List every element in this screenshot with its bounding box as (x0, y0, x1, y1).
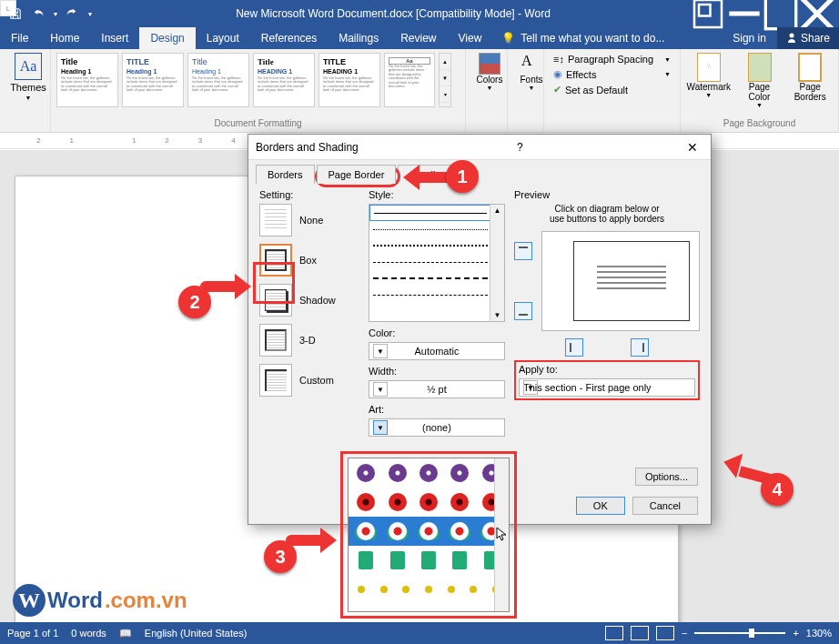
setting-box[interactable]: Box (259, 244, 359, 277)
setting-shadow[interactable]: Shadow (259, 284, 359, 317)
minimize-icon[interactable] (726, 0, 763, 27)
pagebg-group-label: Page Background (686, 116, 833, 128)
tab-borders[interactable]: Borders (256, 165, 315, 184)
themes-label: Themes (10, 82, 46, 93)
setting-3d[interactable]: 3-D (259, 324, 359, 357)
maximize-icon[interactable] (763, 0, 799, 27)
docfmt-item[interactable]: AaOn the Insert tab, the galleries inclu… (384, 53, 435, 107)
tell-me-search[interactable]: 💡 Tell me what you want to do... (492, 27, 722, 49)
edge-left-btn[interactable] (565, 338, 583, 357)
art-dropdown-list[interactable] (348, 458, 510, 612)
effects-icon: ◉ (553, 68, 562, 80)
undo-dropdown-icon[interactable]: ▼ (51, 1, 60, 26)
docfmt-item[interactable]: TitleHeading 1On the Insert tab, the gal… (187, 53, 249, 107)
status-words[interactable]: 0 words (71, 628, 106, 639)
status-bar: Page 1 of 1 0 words 📖 English (United St… (0, 622, 839, 644)
edge-right-btn[interactable] (631, 338, 649, 357)
tab-shading[interactable]: Shading (398, 165, 458, 184)
check-icon: ✔ (553, 84, 561, 96)
docfmt-item[interactable]: TITLEHEADING 1On the Insert tab, the gal… (318, 53, 380, 107)
zoom-slider[interactable] (694, 632, 785, 634)
page-borders-icon (798, 53, 822, 82)
tab-view[interactable]: View (448, 27, 493, 49)
dialog-help-icon[interactable]: ? (511, 141, 529, 154)
tab-references[interactable]: References (250, 27, 328, 49)
preview-diagram[interactable] (541, 231, 700, 331)
tab-review[interactable]: Review (389, 27, 447, 49)
preview-label: Preview (514, 189, 700, 200)
art-option-green-leaves[interactable] (349, 546, 509, 575)
page-borders-button[interactable]: Page Borders (787, 53, 833, 108)
style-scrollbar[interactable]: ▲▼ (490, 205, 504, 321)
paraspacing-icon: ≡↕ (553, 54, 564, 65)
tab-design[interactable]: Design (139, 27, 195, 49)
art-option-tiny[interactable] (349, 575, 509, 604)
status-page[interactable]: Page 1 of 1 (7, 628, 58, 639)
close-icon[interactable] (799, 0, 835, 27)
tab-home[interactable]: Home (39, 27, 90, 49)
color-dropdown[interactable]: Automatic▼ (369, 342, 505, 360)
title-bar: ▼ ▾ New Microsoft Word Document.docx [Co… (0, 0, 839, 27)
apply-to-dropdown[interactable]: This section - First page only▼ (519, 378, 695, 397)
signin-link[interactable]: Sign in (722, 27, 777, 49)
themes-button[interactable]: Aa Themes ▼ (5, 53, 51, 101)
zoom-level[interactable]: 130% (806, 628, 832, 639)
zoom-out-icon[interactable]: − (682, 628, 687, 639)
view-web-icon[interactable] (656, 626, 674, 640)
redo-icon[interactable] (60, 1, 84, 26)
qat-customize-icon[interactable]: ▾ (84, 1, 96, 26)
svg-rect-3 (765, 0, 795, 29)
gallery-scroll[interactable]: ▲▼▾ (439, 53, 451, 107)
svg-point-4 (789, 33, 794, 37)
status-language[interactable]: English (United States) (145, 628, 248, 639)
art-option-purple-flowers[interactable] (349, 458, 509, 488)
docfmt-item[interactable]: TITLEHeading 1On the Insert tab, the gal… (122, 53, 184, 107)
style-list[interactable]: ▲▼ (369, 204, 505, 322)
colors-button[interactable]: Colors▼ (471, 53, 508, 91)
docfmt-item[interactable]: TitleHeading 1On the Insert tab, the gal… (56, 53, 118, 107)
undo-icon[interactable] (27, 1, 51, 26)
tab-insert[interactable]: Insert (90, 27, 139, 49)
dialog-titlebar[interactable]: Borders and Shading ? ✕ (248, 135, 711, 160)
watermark-button[interactable]: //Watermark▼ (686, 53, 732, 108)
tab-page-border[interactable]: Page Border (317, 165, 397, 184)
view-print-icon[interactable] (631, 626, 649, 640)
setting-none[interactable]: None (259, 204, 359, 236)
art-dropdown[interactable]: (none)▼ (369, 418, 505, 437)
setting-label: Setting: (259, 189, 359, 200)
setting-custom[interactable]: Custom (259, 364, 359, 397)
dialog-close-icon[interactable]: ✕ (682, 140, 703, 155)
ribbon-tabs: File Home Insert Design Layout Reference… (0, 27, 839, 49)
help-icon[interactable] (690, 0, 726, 27)
tab-file[interactable]: File (0, 27, 39, 49)
set-default-button[interactable]: ✔Set as Default (550, 83, 674, 96)
edge-top-btn[interactable] (514, 242, 532, 260)
color-label: Color: (369, 327, 505, 338)
chevron-down-icon: ▼ (373, 382, 388, 397)
art-option-red-roses[interactable] (349, 488, 509, 517)
edge-bottom-btn[interactable] (514, 302, 532, 320)
tab-mailings[interactable]: Mailings (328, 27, 389, 49)
docfmt-item[interactable]: TitleHEADING 1On the Insert tab, the gal… (253, 53, 315, 107)
tell-me-label: Tell me what you want to do... (521, 32, 664, 45)
paragraph-spacing-button[interactable]: ≡↕Paragraph Spacing▼ (550, 53, 674, 65)
word-logo-icon: W (13, 584, 45, 617)
art-scrollbar[interactable] (494, 458, 509, 611)
share-button[interactable]: Share (777, 27, 839, 49)
apply-to-label: Apply to: (519, 364, 695, 375)
ok-button[interactable]: OK (576, 497, 625, 515)
options-button[interactable]: Options... (635, 468, 698, 486)
art-option-poinsettia[interactable] (349, 517, 509, 546)
docfmt-gallery[interactable]: TitleHeading 1On the Insert tab, the gal… (56, 53, 460, 107)
status-proofing-icon[interactable]: 📖 (119, 628, 132, 639)
effects-button[interactable]: ◉Effects▼ (550, 67, 674, 81)
ribbon: Aa Themes ▼ TitleHeading 1On the Insert … (0, 49, 839, 133)
tab-layout[interactable]: Layout (196, 27, 250, 49)
view-read-icon[interactable] (605, 626, 623, 640)
docfmt-group-label: Document Formatting (56, 116, 460, 128)
dialog-title-text: Borders and Shading (256, 141, 359, 154)
zoom-in-icon[interactable]: + (793, 628, 798, 639)
page-color-button[interactable]: Page Color▼ (737, 53, 783, 108)
width-dropdown[interactable]: ½ pt▼ (369, 380, 505, 398)
cancel-button[interactable]: Cancel (632, 497, 698, 515)
